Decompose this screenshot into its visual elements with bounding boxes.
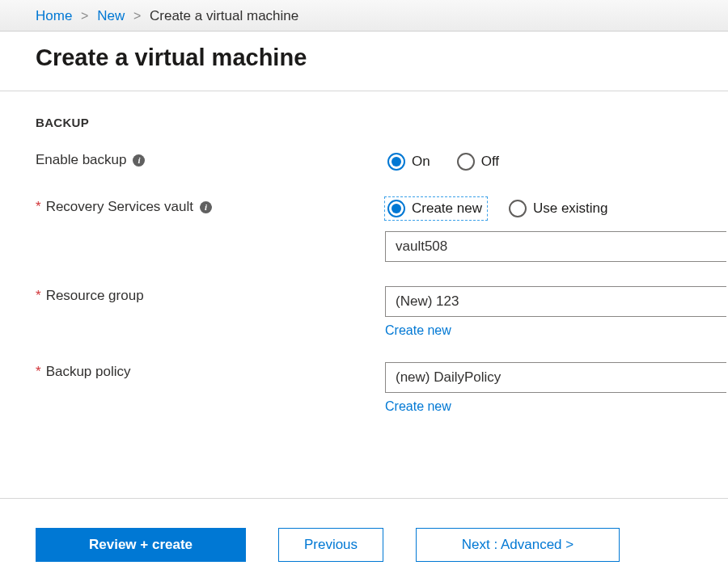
info-icon[interactable]: i <box>200 201 212 213</box>
backup-policy-create-new-link[interactable]: Create new <box>385 399 451 414</box>
top-bar: Home > New > Create a virtual machine <box>0 0 728 32</box>
breadcrumb-separator: > <box>133 9 141 23</box>
resource-group-input[interactable] <box>385 286 726 317</box>
label-resource-group: * Resource group <box>36 286 385 304</box>
label-backup-policy: * Backup policy <box>36 362 385 380</box>
radio-label: Off <box>481 154 499 170</box>
breadcrumb-new[interactable]: New <box>97 8 125 23</box>
radio-icon <box>509 200 527 217</box>
radio-enable-backup-on[interactable]: On <box>385 150 435 173</box>
row-vault-input <box>36 231 728 262</box>
breadcrumb: Home > New > Create a virtual machine <box>36 8 709 24</box>
radio-group-enable-backup: On Off <box>385 150 726 173</box>
row-resource-group: * Resource group Create new <box>36 286 728 338</box>
review-create-button[interactable]: Review + create <box>36 528 246 562</box>
page-title-section: Create a virtual machine <box>0 32 728 91</box>
radio-icon <box>457 153 475 171</box>
breadcrumb-home[interactable]: Home <box>36 8 72 23</box>
breadcrumb-current: Create a virtual machine <box>150 8 298 23</box>
label-spacer <box>36 231 385 233</box>
row-enable-backup: Enable backup i On Off <box>36 150 728 173</box>
required-indicator: * <box>36 199 41 215</box>
resource-group-create-new-link[interactable]: Create new <box>385 323 451 338</box>
radio-icon <box>387 200 405 217</box>
page-title: Create a virtual machine <box>36 44 692 71</box>
label-text: Recovery Services vault <box>46 199 193 215</box>
label-text: Backup policy <box>46 364 131 380</box>
label-text: Resource group <box>46 288 144 304</box>
form-content: BACKUP Enable backup i On Off * Recovery… <box>0 91 728 414</box>
row-vault: * Recovery Services vault i Create new U… <box>36 197 728 220</box>
label-text: Enable backup <box>36 152 126 168</box>
previous-button[interactable]: Previous <box>278 528 383 562</box>
radio-vault-create-new[interactable]: Create new <box>385 197 487 220</box>
radio-label: On <box>412 154 430 170</box>
footer-divider <box>0 498 728 499</box>
radio-label: Create new <box>412 200 482 217</box>
radio-group-vault: Create new Use existing <box>385 197 726 220</box>
radio-enable-backup-off[interactable]: Off <box>455 150 504 173</box>
radio-icon <box>387 153 405 171</box>
backup-policy-input[interactable] <box>385 362 726 393</box>
label-enable-backup: Enable backup i <box>36 150 385 168</box>
label-vault: * Recovery Services vault i <box>36 197 385 215</box>
footer-actions: Review + create Previous Next : Advanced… <box>36 528 692 562</box>
row-backup-policy: * Backup policy Create new <box>36 362 728 414</box>
radio-vault-use-existing[interactable]: Use existing <box>506 197 613 220</box>
section-header-backup: BACKUP <box>36 116 728 129</box>
required-indicator: * <box>36 288 41 304</box>
vault-name-input[interactable] <box>385 231 726 262</box>
radio-label: Use existing <box>533 200 608 217</box>
required-indicator: * <box>36 364 41 380</box>
info-icon[interactable]: i <box>133 154 145 167</box>
breadcrumb-separator: > <box>81 9 88 23</box>
next-advanced-button[interactable]: Next : Advanced > <box>416 528 620 562</box>
